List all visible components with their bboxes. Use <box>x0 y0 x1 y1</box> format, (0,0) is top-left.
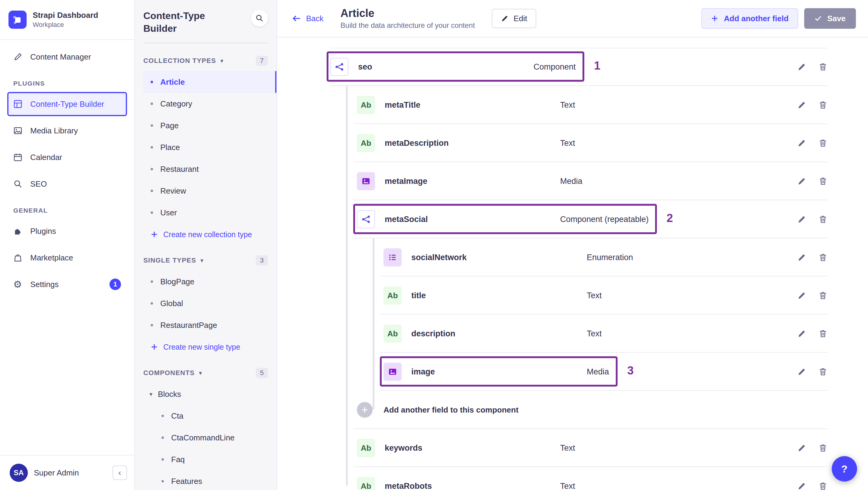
add-another-field-button[interactable]: Add another field <box>701 8 798 29</box>
field-row-keywords[interactable]: AbkeywordsText <box>330 429 868 467</box>
field-row-socialNetwork[interactable]: socialNetworkEnumeration <box>330 238 868 276</box>
bullet-icon <box>151 280 153 283</box>
delete-field-button[interactable] <box>818 329 828 338</box>
edit-field-button[interactable] <box>797 253 806 262</box>
edit-field-button[interactable] <box>797 100 806 110</box>
field-row-description[interactable]: AbdescriptionText <box>330 314 868 353</box>
edit-field-button[interactable] <box>797 177 806 186</box>
edit-field-button[interactable] <box>797 482 806 490</box>
back-button[interactable]: Back <box>291 13 323 23</box>
delete-field-button[interactable] <box>818 443 828 453</box>
edit-field-button[interactable] <box>797 62 806 71</box>
sidebar-item-faq[interactable]: Faq <box>143 449 276 470</box>
edit-field-button[interactable] <box>797 329 806 338</box>
field-name: metaImage <box>385 177 560 186</box>
media-icon <box>357 172 375 190</box>
sidebar-item-article[interactable]: Article <box>143 71 276 93</box>
group-header-single-types[interactable]: SINGLE TYPES▾3 <box>143 250 276 271</box>
group-header-collection-types[interactable]: COLLECTION TYPES▾7 <box>143 51 276 71</box>
create-new-link[interactable]: Create new collection type <box>143 223 276 245</box>
group-header-components[interactable]: COMPONENTS▾5 <box>143 363 276 383</box>
type-label: Category <box>160 99 192 109</box>
sidebar-item-ctacommandline[interactable]: CtaCommandLine <box>143 427 276 449</box>
field-row-metaRobots[interactable]: AbmetaRobotsText <box>330 467 868 490</box>
collapse-sidebar-button[interactable]: ‹ <box>113 465 127 480</box>
secondary-nav-title: Content-Type Builder <box>143 10 234 35</box>
add-field-row[interactable]: Add another field to this component <box>330 391 868 429</box>
sidebar-item-page[interactable]: Page <box>143 115 276 136</box>
sidebar-item-features[interactable]: Features <box>143 470 276 490</box>
sidebar-item-place[interactable]: Place <box>143 136 276 158</box>
delete-field-button[interactable] <box>818 139 828 148</box>
sidebar-item-plugins[interactable]: Plugins <box>7 219 127 243</box>
chevron-down-icon: ▾ <box>199 369 202 376</box>
delete-field-button[interactable] <box>818 253 828 262</box>
component-category-blocks[interactable]: ▾Blocks <box>143 383 276 405</box>
delete-field-button[interactable] <box>818 177 828 186</box>
group-label: COLLECTION TYPES <box>143 57 216 65</box>
back-label: Back <box>306 14 323 23</box>
count-badge: 7 <box>256 56 268 66</box>
sidebar-item-blogpage[interactable]: BlogPage <box>143 271 276 293</box>
sidebar-item-restaurantpage[interactable]: RestaurantPage <box>143 314 276 336</box>
field-name: metaSocial <box>385 215 560 224</box>
sidebar-item-restaurant[interactable]: Restaurant <box>143 158 276 180</box>
sidebar-item-review[interactable]: Review <box>143 180 276 202</box>
gear-icon: ⚙ <box>13 279 24 289</box>
edit-field-button[interactable] <box>797 139 806 148</box>
create-new-link[interactable]: Create new single type <box>143 336 276 358</box>
delete-field-button[interactable] <box>818 482 828 490</box>
field-name: keywords <box>385 443 560 453</box>
bullet-icon <box>151 124 153 127</box>
row-actions <box>797 177 828 186</box>
delete-field-button[interactable] <box>818 291 828 300</box>
sidebar-item-content-type-builder[interactable]: Content-Type Builder <box>7 92 127 116</box>
sidebar-item-calendar[interactable]: Calendar <box>7 145 127 170</box>
bullet-icon <box>151 190 153 192</box>
image-icon <box>13 126 24 135</box>
save-button[interactable]: Save <box>804 8 856 29</box>
sidebar-item-global[interactable]: Global <box>143 293 276 314</box>
delete-field-button[interactable] <box>818 367 828 376</box>
edit-field-button[interactable] <box>797 291 806 300</box>
row-actions <box>797 215 828 224</box>
field-row-metaDescription[interactable]: AbmetaDescriptionText <box>330 124 868 162</box>
field-row-metaTitle[interactable]: AbmetaTitleText <box>330 86 868 124</box>
sidebar-item-seo[interactable]: SEO <box>7 172 127 196</box>
strapi-logo-icon <box>8 10 27 29</box>
sidebar-item-content-manager[interactable]: Content Manager <box>7 45 127 69</box>
sidebar-item-settings[interactable]: ⚙Settings1 <box>7 272 127 297</box>
field-row-metaImage[interactable]: metaImageMedia <box>330 162 868 200</box>
header-actions: Add another field Save <box>701 8 856 29</box>
field-name: title <box>411 291 587 300</box>
field-row-title[interactable]: AbtitleText <box>330 276 868 314</box>
edit-field-button[interactable] <box>797 443 806 453</box>
edit-field-button[interactable] <box>797 215 806 224</box>
delete-field-button[interactable] <box>818 215 828 224</box>
chevron-down-icon: ▾ <box>220 57 223 64</box>
search-button[interactable] <box>251 10 268 27</box>
delete-field-button[interactable] <box>818 62 828 71</box>
edit-button[interactable]: Edit <box>492 9 536 28</box>
field-name: metaRobots <box>385 482 560 490</box>
sidebar-item-cta[interactable]: Cta <box>143 405 276 427</box>
sidebar-item-user[interactable]: User <box>143 202 276 223</box>
tree-line <box>373 238 374 409</box>
type-label: Article <box>160 78 185 87</box>
type-label: CtaCommandLine <box>171 433 235 442</box>
row-separator <box>330 48 828 49</box>
sidebar-item-category[interactable]: Category <box>143 93 276 115</box>
delete-field-button[interactable] <box>818 100 828 110</box>
sidebar-item-label: Marketplace <box>30 253 73 263</box>
edit-field-button[interactable] <box>797 367 806 376</box>
row-actions <box>797 139 828 148</box>
sidebar-item-media-library[interactable]: Media Library <box>7 119 127 143</box>
field-type: Text <box>560 139 575 148</box>
field-row-image[interactable]: imageMedia <box>330 353 868 391</box>
sidebar-item-marketplace[interactable]: Marketplace <box>7 246 127 270</box>
help-button[interactable]: ? <box>832 456 857 482</box>
bullet-icon <box>151 211 153 214</box>
field-type: Component <box>533 62 576 72</box>
primary-nav-list: Content ManagerPLUGINSContent-Type Build… <box>0 40 134 455</box>
field-row-metaSocial[interactable]: metaSocialComponent (repeatable) <box>330 200 868 238</box>
